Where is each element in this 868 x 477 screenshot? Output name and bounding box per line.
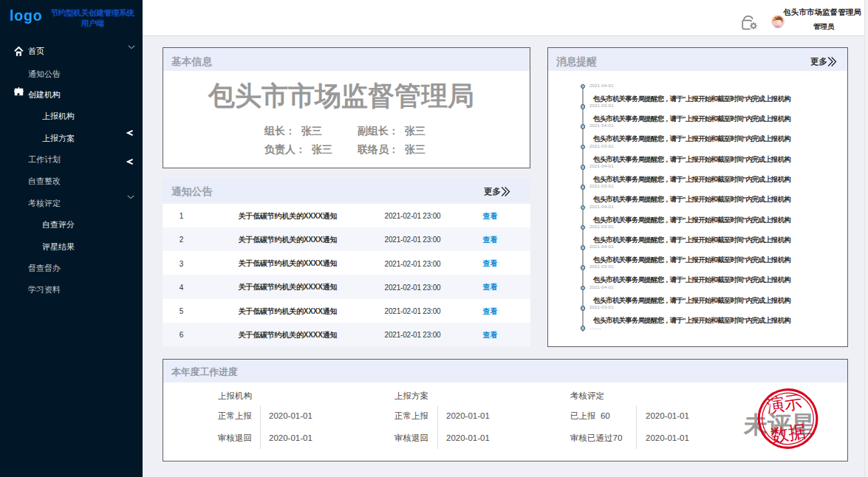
svg-text:数据: 数据: [770, 422, 807, 445]
svg-text:演示: 演示: [765, 392, 803, 416]
